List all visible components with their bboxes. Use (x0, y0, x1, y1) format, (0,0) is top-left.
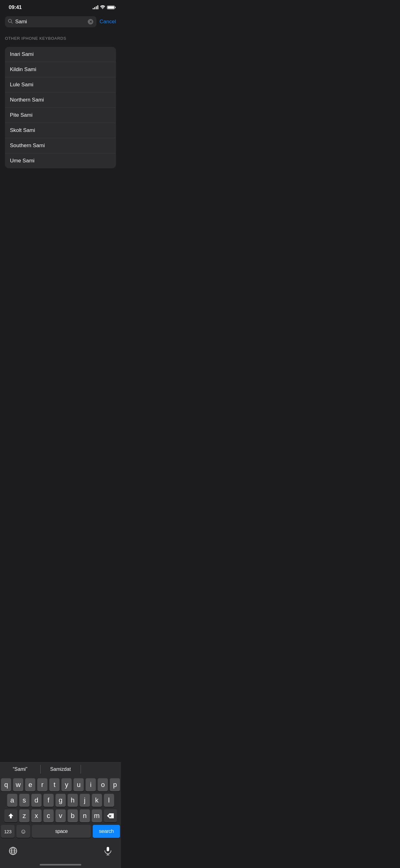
search-clear-button[interactable]: ✕ (88, 19, 93, 25)
results-list: Inari Sami Kildin Sami Lule Sami Norther… (5, 47, 116, 168)
search-input-wrapper[interactable]: Sami ✕ (5, 16, 96, 27)
svg-point-0 (102, 8, 103, 9)
wifi-icon (100, 5, 105, 10)
search-icon (8, 19, 13, 25)
status-icons (93, 5, 115, 10)
list-item[interactable]: Lule Sami (5, 77, 116, 93)
list-item[interactable]: Northern Sami (5, 93, 116, 108)
battery-icon (107, 6, 115, 9)
search-input[interactable]: Sami (15, 19, 85, 25)
section-container: OTHER IPHONE KEYBOARDS (0, 30, 121, 47)
status-time: 09:41 (9, 4, 22, 10)
svg-line-2 (11, 22, 12, 23)
section-header: OTHER IPHONE KEYBOARDS (5, 36, 116, 41)
status-bar: 09:41 (0, 0, 121, 14)
list-item[interactable]: Southern Sami (5, 138, 116, 153)
list-item[interactable]: Skolt Sami (5, 123, 116, 138)
search-bar-container: Sami ✕ Cancel (0, 14, 121, 30)
list-item[interactable]: Inari Sami (5, 47, 116, 62)
list-item[interactable]: Pite Sami (5, 108, 116, 123)
list-item[interactable]: Ume Sami (5, 153, 116, 168)
list-item[interactable]: Kildin Sami (5, 62, 116, 77)
signal-icon (93, 6, 98, 9)
cancel-button[interactable]: Cancel (100, 19, 116, 25)
